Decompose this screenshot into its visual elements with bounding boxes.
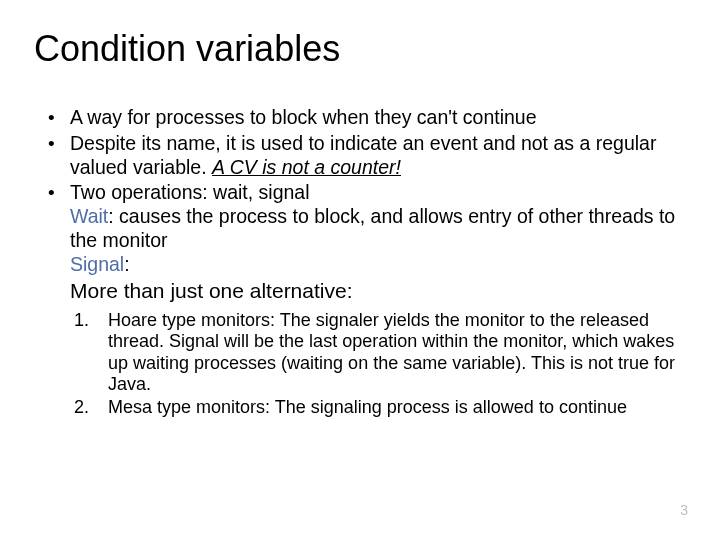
signal-term: Signal (70, 253, 124, 275)
numbered-item: 2. Mesa type monitors: The signaling pro… (108, 397, 682, 418)
item-text-tail: . (146, 374, 151, 394)
slide-title: Condition variables (34, 28, 682, 70)
numbered-item: 1. Hoare type monitors: The signaler yie… (108, 310, 682, 395)
item-number: 1. (74, 310, 89, 331)
numbered-list: 1. Hoare type monitors: The signaler yie… (38, 310, 682, 418)
bullet-item: A way for processes to block when they c… (70, 106, 682, 130)
more-text: More than just one alternative: (70, 278, 682, 304)
wait-term: Wait (70, 205, 108, 227)
item-text: Mesa type monitors: The signaling proces… (108, 397, 627, 417)
bullet-list: A way for processes to block when they c… (38, 106, 682, 304)
page-number: 3 (680, 502, 688, 518)
wait-text: : causes the process to block, and allow… (70, 205, 675, 251)
bullet-text: A way for processes to block when they c… (70, 106, 537, 128)
signal-colon: : (124, 253, 129, 275)
bullet-item: Two operations: wait, signal Wait: cause… (70, 181, 682, 304)
bullet-text: Two operations: wait, signal (70, 181, 310, 203)
item-number: 2. (74, 397, 89, 418)
bullet-item: Despite its name, it is used to indicate… (70, 132, 682, 180)
emphasis-text: A CV is not a counter! (212, 156, 401, 178)
